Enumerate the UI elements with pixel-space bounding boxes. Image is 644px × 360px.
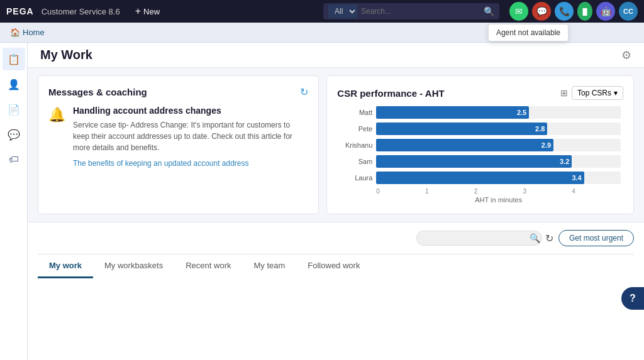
x-axis-ticks: 01234 [340, 188, 621, 195]
search-filter-row: 🔍 ↻ Get most urgent [38, 222, 634, 254]
new-label: New [143, 7, 160, 16]
plus-icon: + [135, 6, 141, 17]
bar-row: Laura 3.4 [340, 172, 621, 184]
messages-card: Messages & coaching ↻ 🔔 Handling account… [38, 75, 319, 214]
x-tick: 4 [572, 188, 621, 195]
bottom-section: 🔍 ↻ Get most urgent My workMy workbasket… [28, 222, 644, 360]
sidebar-icon-chat[interactable]: 💬 [3, 123, 25, 146]
bar-track: 2.8 [376, 123, 621, 135]
content-area: My Work ⚙ Messages & coaching ↻ 🔔 Handli… [28, 43, 644, 360]
chevron-down-icon: ▾ [614, 89, 618, 97]
tab-my-team[interactable]: My team [242, 254, 296, 278]
top-csrs-label: Top CSRs [577, 89, 611, 97]
app-name: Customer Service 8.6 [42, 7, 120, 16]
bar-row: Krishanu 2.9 [340, 139, 621, 151]
robot-icon-button[interactable]: 🤖 [596, 2, 615, 21]
battery-icon-button[interactable]: ▐▌ [577, 2, 592, 21]
bar-chart: Matt 2.5 Pete 2.8 Krishanu 2.9 Sam 3.2 L… [337, 106, 623, 195]
message-title: Handling account address changes [73, 106, 308, 116]
x-axis-label: AHT in minutes [337, 196, 623, 204]
x-tick: 0 [376, 188, 425, 195]
bar-row: Sam 3.2 [340, 155, 621, 168]
bar-label: Matt [340, 109, 372, 116]
bar-value: 3.4 [572, 174, 581, 182]
bar-fill: 3.2 [376, 155, 572, 168]
top-csrs-dropdown[interactable]: Top CSRs ▾ [572, 86, 623, 100]
bar-fill: 2.9 [376, 139, 553, 151]
grid-icon[interactable]: ⊞ [560, 88, 568, 98]
page-title: My Work [40, 48, 92, 62]
bar-value: 2.8 [535, 125, 545, 133]
new-button[interactable]: + New [130, 3, 165, 19]
bar-value: 2.9 [541, 141, 551, 149]
bar-track: 2.5 [376, 106, 621, 119]
tabs-row: My workMy workbasketsRecent workMy teamF… [38, 254, 634, 278]
messages-card-title: Messages & coaching [48, 87, 147, 97]
bell-icon: 🔔 [48, 107, 65, 123]
csr-controls: ⊞ Top CSRs ▾ [560, 86, 623, 100]
get-most-urgent-button[interactable]: Get most urgent [558, 230, 634, 246]
bar-value: 2.5 [517, 109, 526, 116]
bar-fill: 2.5 [376, 106, 529, 119]
x-tick: 1 [425, 188, 474, 195]
csr-performance-card: CSR performance - AHT ⊞ Top CSRs ▾ Matt … [326, 75, 634, 214]
csr-card-title: CSR performance - AHT [337, 88, 444, 99]
sidebar-icon-user[interactable]: 👤 [3, 73, 25, 95]
breadcrumb-home-label: Home [23, 28, 45, 37]
bar-row: Pete 2.8 [340, 123, 621, 135]
nav-icons: ✉ 💬 📞 ▐▌ 🤖 CC [509, 2, 638, 21]
bar-track: 3.2 [376, 155, 621, 168]
help-button[interactable]: ? [621, 287, 644, 310]
sidebar-icon-work[interactable]: 📋 [3, 48, 25, 70]
message-content: Handling account address changes Service… [73, 106, 308, 168]
x-tick: 2 [474, 188, 523, 195]
tab-my-work[interactable]: My work [38, 254, 93, 278]
settings-icon-button[interactable]: ⚙ [621, 48, 631, 62]
phone-icon-button[interactable]: 📞 [555, 2, 574, 21]
csr-card-header: CSR performance - AHT ⊞ Top CSRs ▾ [337, 86, 623, 100]
bar-label: Sam [340, 158, 372, 165]
bar-label: Laura [340, 174, 372, 182]
message-item: 🔔 Handling account address changes Servi… [48, 106, 308, 168]
email-icon-button[interactable]: ✉ [509, 2, 528, 21]
search-icon-button[interactable]: 🔍 [484, 6, 494, 16]
search-icon: 🔍 [530, 233, 540, 243]
avatar-button[interactable]: CC [619, 2, 638, 21]
sidebar-icon-tag[interactable]: 🏷 [3, 148, 25, 171]
breadcrumb-home[interactable]: 🏠 Home [10, 28, 45, 37]
messages-card-header: Messages & coaching ↻ [48, 86, 308, 98]
left-sidebar: 📋 👤 📄 💬 🏷 [0, 43, 28, 360]
bar-fill: 3.4 [376, 172, 584, 184]
x-tick: 3 [523, 188, 572, 195]
bar-row: Matt 2.5 [340, 106, 621, 119]
home-icon: 🏠 [10, 28, 20, 37]
bar-value: 3.2 [560, 158, 569, 165]
tab-my-workbaskets[interactable]: My workbaskets [93, 254, 174, 278]
filter-refresh-button[interactable]: ↻ [545, 232, 553, 244]
message-body: Service case tip- Address Change: It's i… [73, 119, 308, 153]
top-nav: PEGA Customer Service 8.6 + New All 🔍 ✉ … [0, 0, 644, 23]
bar-fill: 2.8 [376, 123, 547, 135]
cards-row: Messages & coaching ↻ 🔔 Handling account… [28, 68, 644, 222]
chat-icon-button[interactable]: 💬 [532, 2, 551, 21]
agent-tooltip: Agent not available [488, 24, 569, 41]
pega-logo: PEGA [6, 6, 34, 16]
tab-followed-work[interactable]: Followed work [296, 254, 371, 278]
sidebar-icon-document[interactable]: 📄 [3, 98, 25, 121]
page-header: My Work ⚙ [28, 43, 644, 68]
main-layout: 📋 👤 📄 💬 🏷 My Work ⚙ Messages & coaching … [0, 43, 644, 360]
tab-recent-work[interactable]: Recent work [174, 254, 242, 278]
bar-track: 3.4 [376, 172, 621, 184]
bar-label: Pete [340, 125, 372, 133]
search-scope-dropdown[interactable]: All [328, 4, 357, 18]
bar-label: Krishanu [340, 141, 372, 149]
search-input[interactable] [357, 7, 484, 16]
message-link[interactable]: The benefits of keeping an updated accou… [73, 159, 249, 168]
work-search-input[interactable] [416, 231, 542, 246]
search-container: All 🔍 [323, 3, 499, 19]
messages-refresh-button[interactable]: ↻ [300, 86, 308, 98]
bar-track: 2.9 [376, 139, 621, 151]
